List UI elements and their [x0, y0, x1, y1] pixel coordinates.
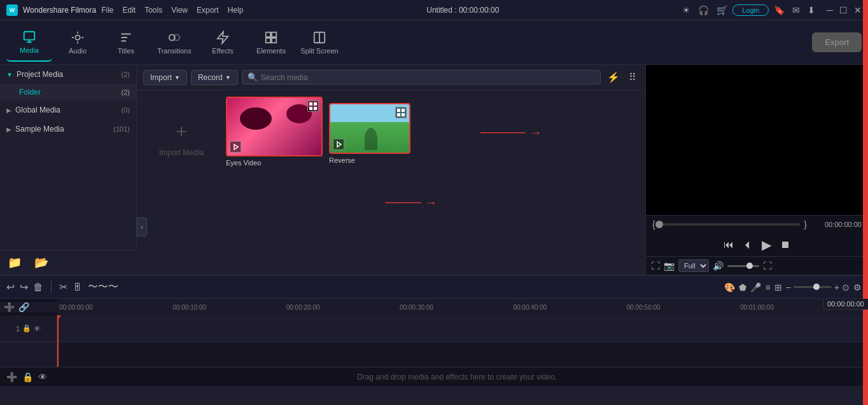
preview-expand-icon[interactable]: ⛶: [763, 261, 772, 271]
zoom-reset-icon[interactable]: ⊙: [842, 282, 850, 292]
record-button[interactable]: Record ▼: [191, 70, 238, 85]
import-button[interactable]: Import ▼: [143, 70, 187, 85]
reverse-bottom-icon: [333, 139, 344, 150]
media-item-reverse[interactable]: Reverse: [329, 103, 410, 179]
sidebar-collapse-button[interactable]: ‹: [137, 217, 147, 237]
toolbar-elements[interactable]: Elements: [248, 24, 294, 62]
ruler-label-4: 00:00:40:00: [511, 304, 547, 311]
toolbar-audio[interactable]: Audio: [55, 24, 101, 62]
download-icon[interactable]: ⬇: [808, 5, 815, 15]
link-track-icon[interactable]: 🔗: [18, 302, 29, 312]
menu-edit[interactable]: Edit: [123, 6, 136, 15]
ruler-label-6: 00:01:00:00: [738, 304, 774, 311]
timeline-ruler[interactable]: 00:00:00:00 00:00:10:00 00:00:20:00 00:0…: [57, 299, 868, 315]
preview-timeline-slider[interactable]: [659, 223, 801, 226]
search-input[interactable]: [261, 73, 595, 82]
headset-icon[interactable]: 🎧: [698, 5, 709, 15]
eyes-video-bottom-icon: [230, 141, 241, 153]
waveform-icon[interactable]: 〜〜〜: [88, 280, 118, 294]
zoom-slider[interactable]: [794, 286, 832, 288]
timeline-playhead[interactable]: [57, 315, 59, 367]
menu-view[interactable]: View: [171, 6, 188, 15]
menu-tools[interactable]: Tools: [144, 6, 162, 15]
sidebar-item-folder[interactable]: Folder (2): [0, 84, 136, 100]
cart-icon[interactable]: 🛒: [717, 5, 727, 15]
minimize-button[interactable]: ─: [827, 5, 833, 15]
timeline-body: 1 🔒 👁: [0, 315, 868, 367]
preview-fullscreen-icon[interactable]: ⛶: [651, 261, 660, 271]
ruler-label-0: 00:00:00:00: [57, 304, 93, 311]
playback-controls: ⏮ ⏴ ▶ ⏹: [646, 233, 868, 256]
visibility-toggle[interactable]: 👁: [38, 372, 47, 382]
preview-bracket-right[interactable]: }: [804, 219, 807, 230]
sidebar-item-project-media[interactable]: ▼ Project Media (2): [0, 65, 136, 84]
svg-rect-11: [309, 102, 312, 106]
ruler-label-2: 00:00:20:00: [284, 304, 320, 311]
import-media-placeholder[interactable]: ＋ Import Media: [143, 97, 220, 179]
zoom-in-icon[interactable]: +: [834, 282, 839, 292]
sidebar-folder-count: (2): [122, 88, 130, 96]
redo-icon[interactable]: ↪: [20, 281, 28, 293]
mail-icon[interactable]: ✉: [792, 5, 800, 15]
toolbar-titles[interactable]: Titles: [103, 24, 149, 62]
grid-view-icon[interactable]: ⠿: [626, 69, 639, 86]
audio-adjust-icon[interactable]: 🎚: [73, 282, 83, 293]
preview-slider-thumb: [655, 221, 663, 228]
preview-volume-icon[interactable]: 🔊: [713, 261, 724, 271]
brightness-icon[interactable]: ☀: [682, 5, 690, 15]
motion-track-icon[interactable]: ⊞: [774, 282, 782, 292]
media-item-eyes-video[interactable]: Eyes Video: [226, 97, 323, 179]
bookmark-icon[interactable]: 🔖: [774, 5, 785, 15]
sidebar-sample-media-count: (101): [113, 125, 130, 133]
volume-slider[interactable]: [727, 265, 759, 267]
open-folder-icon[interactable]: 📂: [34, 256, 48, 270]
color-grade-icon[interactable]: 🎨: [724, 282, 735, 292]
maximize-button[interactable]: ☐: [839, 5, 848, 15]
filter-icon[interactable]: ⚡: [605, 69, 622, 86]
sidebar-item-global-media[interactable]: ▶ Global Media (0): [0, 100, 136, 120]
track-lock-icon[interactable]: 🔒: [22, 324, 31, 333]
search-box[interactable]: 🔍: [242, 70, 601, 85]
toolbar-media[interactable]: Media: [6, 24, 52, 62]
svg-marker-4: [218, 31, 228, 43]
export-button[interactable]: Export: [812, 32, 862, 52]
menu-file[interactable]: File: [101, 6, 113, 15]
delete-icon[interactable]: 🗑: [33, 282, 43, 293]
timeline-tracks-area: [57, 315, 868, 367]
zoom-select[interactable]: Full: [678, 259, 709, 272]
toolbar-effects[interactable]: Effects: [200, 24, 246, 62]
playhead-indicator: [57, 315, 61, 320]
login-button[interactable]: Login: [732, 4, 769, 16]
subtitle-icon[interactable]: ≡: [765, 282, 770, 292]
step-back-button[interactable]: ⏴: [743, 239, 753, 251]
cut-icon[interactable]: ✂: [59, 281, 67, 293]
toolbar-transitions[interactable]: Transitions: [151, 24, 197, 62]
volume-slider-thumb: [746, 263, 753, 269]
add-folder-icon[interactable]: 📁: [8, 256, 22, 270]
media-icon: [22, 30, 36, 44]
preview-snapshot-icon[interactable]: 📷: [664, 261, 675, 271]
svg-rect-12: [314, 102, 317, 106]
svg-rect-18: [397, 113, 400, 116]
timeline-settings-icon[interactable]: ⚙: [853, 282, 862, 292]
stop-button[interactable]: ⏹: [780, 239, 790, 251]
zoom-out-icon[interactable]: −: [786, 282, 791, 292]
import-label: Import: [150, 73, 172, 82]
skip-to-start-button[interactable]: ⏮: [724, 239, 734, 251]
mic-icon[interactable]: 🎤: [750, 282, 761, 292]
add-media-icon[interactable]: ➕: [6, 372, 17, 382]
close-button[interactable]: ✕: [854, 5, 862, 15]
add-track-icon[interactable]: ➕: [4, 302, 15, 312]
mask-icon[interactable]: ⬟: [739, 282, 746, 292]
sidebar-item-sample-media[interactable]: ▶ Sample Media (101): [0, 120, 136, 139]
track-eye-icon[interactable]: 👁: [34, 325, 41, 333]
menu-export[interactable]: Export: [197, 6, 219, 15]
svg-marker-20: [337, 142, 341, 147]
snap-to-icon[interactable]: 🔒: [22, 372, 33, 382]
svg-rect-14: [314, 107, 317, 110]
sidebar: ▼ Project Media (2) Folder (2) ▶ Global …: [0, 65, 137, 275]
toolbar-splitscreen[interactable]: Split Screen: [297, 24, 342, 62]
play-button[interactable]: ▶: [762, 237, 771, 252]
menu-help[interactable]: Help: [228, 6, 244, 15]
undo-icon[interactable]: ↩: [6, 281, 15, 293]
